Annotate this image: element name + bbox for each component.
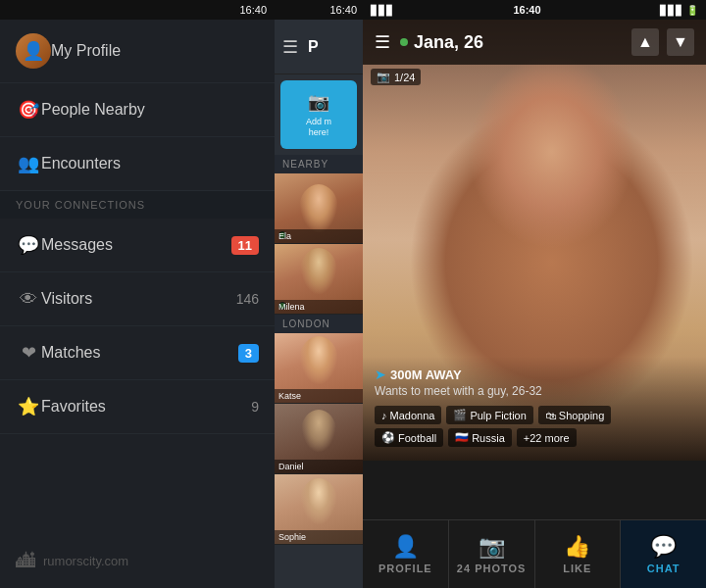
middle-title-label: P bbox=[308, 38, 319, 56]
matches-icon: ❤ bbox=[16, 340, 41, 366]
tag-pulp-fiction[interactable]: 🎬 Pulp Fiction bbox=[446, 406, 532, 424]
add-photo-text: Add mhere! bbox=[306, 117, 331, 138]
person-milena[interactable]: Milena bbox=[275, 244, 363, 315]
add-photo-button[interactable]: 📷 Add mhere! bbox=[280, 80, 357, 149]
person-sophie[interactable]: Sophie bbox=[275, 474, 363, 545]
prev-arrow[interactable]: ▲ bbox=[631, 28, 659, 56]
ela-name: Ela bbox=[275, 229, 363, 243]
tag-more[interactable]: +22 more bbox=[517, 428, 577, 447]
wants-text: Wants to meet with a guy, 26-32 bbox=[375, 384, 694, 398]
shopping-icon: 🛍 bbox=[545, 410, 556, 421]
visitors-count: 146 bbox=[236, 291, 259, 307]
profile-action-icon: 👤 bbox=[392, 534, 419, 560]
location-arrow-icon: ➤ bbox=[375, 367, 386, 382]
favorites-count: 9 bbox=[251, 399, 259, 415]
connections-section-label: YOUR CONNECTIONS bbox=[0, 191, 275, 219]
profile-name-text: Jana, 26 bbox=[414, 32, 483, 53]
nav-favorites[interactable]: ⭐ Favorites 9 bbox=[0, 380, 275, 434]
tag-madonna-label: Madonna bbox=[390, 410, 435, 421]
status-bar-left: 16:40 bbox=[0, 0, 275, 20]
profile-name-header: Jana, 26 bbox=[400, 32, 622, 53]
next-arrow[interactable]: ▼ bbox=[667, 28, 694, 56]
interest-tags-2: ⚽ Football 🇷🇺 Russia +22 more bbox=[375, 428, 694, 447]
right-panel: ▊▊▊ 16:40 ▊▊▊🔋 📷 1/24 ➤ 300M AWAY Wants … bbox=[363, 0, 706, 588]
status-bar-right: ▊▊▊ 16:40 ▊▊▊🔋 bbox=[363, 0, 706, 20]
photos-action-icon: 📷 bbox=[479, 534, 505, 560]
nav-encounters[interactable]: 👥 Encounters bbox=[0, 137, 275, 191]
nav-messages-label: Messages bbox=[41, 236, 231, 254]
chat-action-icon: 💬 bbox=[650, 534, 677, 560]
photos-action-label: 24 PHOTOS bbox=[457, 563, 527, 574]
profile-info-overlay: ➤ 300M AWAY Wants to meet with a guy, 26… bbox=[363, 357, 706, 461]
nearby-section-header: NEARBY bbox=[275, 155, 363, 173]
nav-matches[interactable]: ❤ Matches 3 bbox=[0, 326, 275, 380]
camera-small-icon: 📷 bbox=[377, 71, 390, 83]
bottom-action-bar: 👤 PROFILE 📷 24 PHOTOS 👍 LIKE 💬 CHAT bbox=[363, 519, 706, 588]
tag-football[interactable]: ⚽ Football bbox=[375, 428, 443, 447]
profile-action-label: PROFILE bbox=[378, 563, 432, 574]
time-middle: 16:40 bbox=[329, 4, 357, 16]
middle-header: ☰ P bbox=[275, 20, 363, 74]
nav-visitors[interactable]: 👁 Visitors 146 bbox=[0, 272, 275, 326]
film-icon: 🎬 bbox=[453, 409, 467, 421]
chat-action-btn[interactable]: 💬 CHAT bbox=[621, 520, 706, 588]
like-action-label: LIKE bbox=[563, 563, 591, 574]
right-menu-icon[interactable]: ☰ bbox=[375, 31, 390, 53]
katse-name: Katse bbox=[275, 389, 363, 403]
person-ela[interactable]: Ela bbox=[275, 173, 363, 244]
logo-text: rumorscity.com bbox=[43, 554, 128, 568]
photo-counter: 📷 1/24 bbox=[371, 69, 421, 85]
tag-shopping[interactable]: 🛍 Shopping bbox=[538, 406, 612, 424]
interest-tags: ♪ Madonna 🎬 Pulp Fiction 🛍 Shopping bbox=[375, 406, 694, 424]
music-icon: ♪ bbox=[381, 410, 387, 421]
nav-matches-label: Matches bbox=[41, 344, 238, 362]
logo: 🏙 rumorscity.com bbox=[0, 534, 275, 588]
sophie-name: Sophie bbox=[275, 530, 363, 544]
tag-russia[interactable]: 🇷🇺 Russia bbox=[448, 428, 512, 447]
messages-badge: 11 bbox=[231, 236, 259, 255]
london-section-header: LONDON bbox=[275, 315, 363, 333]
daniel-name: Daniel bbox=[275, 460, 363, 473]
profile-action-btn[interactable]: 👤 PROFILE bbox=[363, 520, 449, 588]
distance-badge: ➤ 300M AWAY bbox=[375, 367, 694, 382]
like-action-btn[interactable]: 👍 LIKE bbox=[535, 520, 622, 588]
person-daniel[interactable]: Daniel bbox=[275, 404, 363, 474]
left-panel: 16:40 👤 My Profile 🎯 People Nearby 👥 Enc… bbox=[0, 0, 275, 588]
profile-photo: 📷 1/24 ➤ 300M AWAY Wants to meet with a … bbox=[363, 20, 706, 461]
battery-icon: ▊▊▊🔋 bbox=[660, 5, 698, 16]
camera-icon: 📷 bbox=[308, 91, 329, 113]
encounters-icon: 👥 bbox=[16, 151, 41, 176]
nav-visitors-label: Visitors bbox=[41, 290, 236, 308]
nav-encounters-label: Encounters bbox=[41, 155, 259, 172]
nav-people-nearby-label: People Nearby bbox=[41, 101, 259, 119]
tag-shopping-label: Shopping bbox=[559, 410, 605, 421]
messages-icon: 💬 bbox=[16, 232, 41, 258]
time-right: 16:40 bbox=[513, 4, 540, 16]
photo-count-text: 1/24 bbox=[394, 72, 415, 83]
middle-panel: 16:40 ☰ P 📷 Add mhere! NEARBY Ela Milena… bbox=[275, 0, 363, 588]
right-header: ☰ Jana, 26 ▲ ▼ bbox=[363, 20, 706, 65]
time-left: 16:40 bbox=[239, 4, 267, 16]
visitors-icon: 👁 bbox=[16, 286, 41, 312]
nav-people-nearby[interactable]: 🎯 People Nearby bbox=[0, 83, 275, 137]
tag-madonna[interactable]: ♪ Madonna bbox=[375, 406, 441, 424]
distance-text: 300M AWAY bbox=[390, 368, 462, 382]
nav-my-profile-label: My Profile bbox=[51, 42, 259, 60]
tag-pulp-fiction-label: Pulp Fiction bbox=[470, 410, 526, 421]
matches-badge: 3 bbox=[238, 344, 259, 363]
photos-action-btn[interactable]: 📷 24 PHOTOS bbox=[449, 520, 535, 588]
chat-action-label: CHAT bbox=[647, 563, 681, 574]
tag-russia-label: Russia bbox=[472, 432, 505, 444]
like-action-icon: 👍 bbox=[564, 534, 590, 560]
milena-name: Milena bbox=[275, 300, 363, 314]
favorites-icon: ⭐ bbox=[16, 394, 41, 419]
signal-icons: ▊▊▊ bbox=[371, 5, 394, 16]
navigation-arrows: ▲ ▼ bbox=[631, 28, 694, 56]
nav-my-profile[interactable]: 👤 My Profile bbox=[0, 20, 275, 83]
tag-more-label: +22 more bbox=[524, 432, 570, 444]
flag-icon: 🇷🇺 bbox=[455, 431, 469, 444]
person-katse[interactable]: Katse bbox=[275, 333, 363, 404]
hamburger-icon[interactable]: ☰ bbox=[282, 36, 298, 58]
nav-messages[interactable]: 💬 Messages 11 bbox=[0, 219, 275, 272]
online-indicator bbox=[400, 38, 408, 46]
